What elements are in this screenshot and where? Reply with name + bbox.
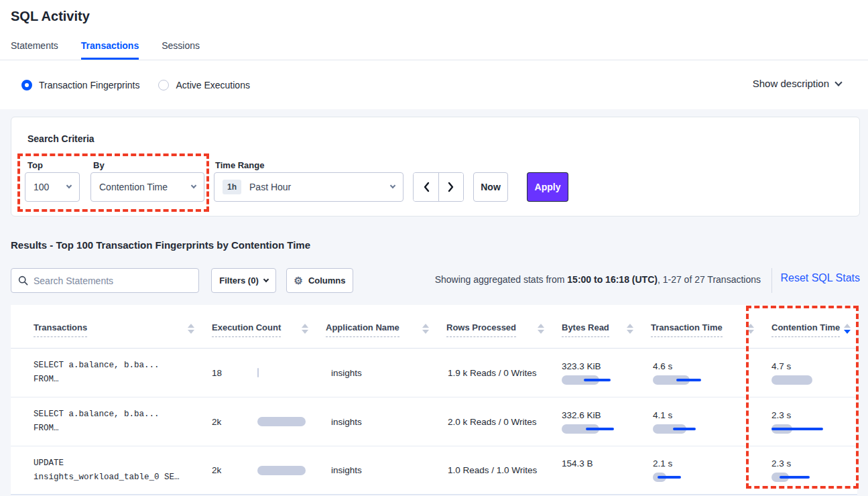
time-next-button[interactable] [438,173,463,201]
col-header-transactions[interactable]: Transactions [11,305,201,348]
contention-time-bar [771,473,852,482]
chevron-down-icon [834,78,842,86]
view-toggle-bar: Transaction Fingerprints Active Executio… [0,60,868,109]
now-button[interactable]: Now [473,172,508,202]
transaction-time-cell: 4.6 s [640,361,761,385]
col-header-execution-count[interactable]: Execution Count [201,305,315,348]
table-row[interactable]: SELECT a.balance, b.ba... FROM… 2k insig… [11,397,857,446]
by-label: By [93,160,105,170]
aggregated-stats-text: Showing aggregated stats from 15:00 to 1… [435,274,761,285]
time-range-select[interactable]: 1h Past Hour [214,172,404,202]
columns-button[interactable]: ⚙ Columns [286,268,353,293]
contention-time-bar [771,424,852,434]
filters-button[interactable]: Filters (0) [211,268,276,293]
top-select-value: 100 [34,182,67,192]
gear-icon: ⚙ [294,275,302,286]
application-name-cell: insights [315,417,436,427]
chevron-down-icon [191,183,196,188]
application-name-cell: insights [315,465,436,475]
radio-label: Active Executions [176,80,250,90]
chevron-down-icon [390,183,395,188]
search-statements-input[interactable] [34,275,192,286]
execution-count-cell: 2k [201,465,315,475]
bytes-read-bar [562,424,642,434]
transaction-time-cell: 2.1 s [640,458,761,482]
sort-icon[interactable] [538,324,544,334]
transaction-time-bar [653,424,733,434]
apply-button[interactable]: Apply [527,172,568,202]
bytes-read-cell: 154.3 B [551,458,640,482]
col-header-transaction-time[interactable]: Transaction Time [640,305,761,348]
execution-count-bar [257,466,311,475]
col-header-application-name[interactable]: Application Name [315,305,436,348]
transaction-fingerprint-link[interactable]: UPDATE insights_workload_table_0 SE… [11,456,201,485]
bytes-read-cell: 323.3 KiB [551,361,640,385]
execution-count-bar [257,368,311,377]
tab-bar: Statements Transactions Sessions [11,40,200,59]
tab-statements[interactable]: Statements [11,40,58,59]
transaction-fingerprint-link[interactable]: SELECT a.balance, b.ba... FROM… [11,408,201,436]
stats-time-range: 15:00 to 16:18 (UTC) [567,274,658,285]
sort-icon[interactable] [188,324,194,334]
col-header-contention-time[interactable]: Contention Time [761,305,857,348]
sort-icon[interactable] [302,324,308,334]
table-row[interactable]: SELECT a.balance, b.ba... FROM… 18 insig… [11,349,857,397]
chevron-down-icon [263,277,269,282]
transaction-time-bar [653,473,733,482]
table-row[interactable]: UPDATE insights_workload_table_0 SE… 2k … [11,446,857,495]
rows-processed-cell: 1.0 Reads / 1.0 Writes [436,465,551,475]
radio-active-executions[interactable]: Active Executions [158,80,250,90]
time-prev-button[interactable] [414,173,438,201]
transaction-time-bar [653,375,733,385]
top-label: Top [27,160,43,170]
transaction-time-cell: 4.1 s [640,410,761,434]
filters-label: Filters (0) [219,275,259,286]
execution-count-bar [257,417,311,426]
radio-transaction-fingerprints[interactable]: Transaction Fingerprints [21,80,139,90]
by-select-value: Contention Time [99,182,192,192]
sort-icon[interactable] [422,324,429,334]
stats-divider [771,268,772,293]
columns-label: Columns [308,275,346,286]
tab-transactions[interactable]: Transactions [81,40,139,59]
application-name-cell: insights [315,368,436,378]
view-radio-group: Transaction Fingerprints Active Executio… [21,60,250,109]
radio-unselected-icon [158,80,169,90]
contention-time-cell: 4.7 s [761,361,857,385]
search-statements-field[interactable] [11,268,199,293]
reset-sql-stats-link[interactable]: Reset SQL Stats [780,272,860,284]
chevron-down-icon [66,183,72,188]
search-icon [18,275,28,286]
radio-label: Transaction Fingerprints [39,80,139,90]
col-header-rows-processed[interactable]: Rows Processed [436,305,551,348]
tab-sessions[interactable]: Sessions [162,40,200,59]
time-range-value: Past Hour [249,182,391,192]
contention-time-cell: 2.3 s [761,458,857,482]
transactions-table: Transactions Execution Count Application… [11,305,857,496]
search-criteria-card: Search Criteria Top 100 By Contention Ti… [11,117,860,216]
sort-icon[interactable] [627,324,633,334]
execution-count-cell: 2k [201,417,315,427]
rows-processed-cell: 1.9 k Reads / 0 Writes [436,368,551,378]
radio-selected-icon [21,80,32,90]
rows-processed-cell: 2.0 k Reads / 0 Writes [436,417,551,427]
chevron-right-icon [448,182,454,192]
transaction-fingerprint-link[interactable]: SELECT a.balance, b.ba... FROM… [11,359,201,387]
time-range-label: Time Range [215,160,264,170]
contention-time-bar [771,375,852,385]
search-criteria-heading: Search Criteria [27,133,95,144]
table-header-row: Transactions Execution Count Application… [11,305,857,349]
by-select[interactable]: Contention Time [90,172,204,202]
bytes-read-cell: 332.6 KiB [551,410,640,434]
col-header-bytes-read[interactable]: Bytes Read [551,305,640,348]
sort-icon-active-desc[interactable] [844,324,851,334]
page-title: SQL Activity [11,9,90,24]
top-select[interactable]: 100 [25,172,80,202]
show-description-toggle[interactable]: Show description [753,78,841,89]
bytes-read-bar [562,375,642,385]
show-description-label: Show description [753,78,829,89]
sort-icon[interactable] [747,324,754,334]
time-range-badge: 1h [223,180,241,194]
results-heading: Results - Top 100 Transaction Fingerprin… [11,239,310,251]
execution-count-cell: 18 [201,368,315,378]
